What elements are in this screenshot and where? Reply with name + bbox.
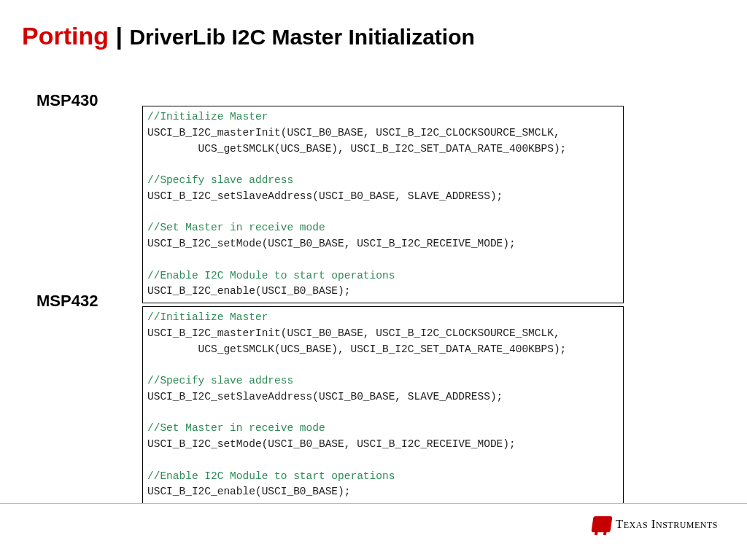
title-red: Porting bbox=[22, 22, 109, 50]
code-comment: //Specify slave address bbox=[147, 174, 293, 186]
code-comment: //Enable I2C Module to start operations bbox=[147, 270, 395, 281]
ti-brand-text: Texas Instruments bbox=[616, 517, 718, 532]
ti-chip-icon bbox=[591, 516, 612, 532]
code-line: USCI_B_I2C_enable(USCI_B0_BASE); bbox=[147, 486, 350, 497]
code-line: USCI_B_I2C_setMode(USCI_B0_BASE, USCI_B_… bbox=[147, 238, 516, 249]
code-line: USCI_B_I2C_enable(USCI_B0_BASE); bbox=[147, 285, 350, 297]
code-comment: //Set Master in receive mode bbox=[147, 222, 325, 233]
code-line: USCI_B_I2C_setMode(USCI_B0_BASE, USCI_B_… bbox=[147, 438, 516, 450]
title-separator: | bbox=[109, 22, 129, 50]
slide-title: Porting | DriverLib I2C Master Initializ… bbox=[22, 22, 725, 50]
code-comment: //Set Master in receive mode bbox=[147, 422, 325, 434]
code-comment: //Initialize Master bbox=[147, 111, 268, 122]
footer: Texas Instruments bbox=[0, 503, 747, 544]
code-line: UCS_getSMCLK(UCS_BASE), USCI_B_I2C_SET_D… bbox=[147, 143, 566, 155]
code-line: USCI_B_I2C_setSlaveAddress(USCI_B0_BASE,… bbox=[147, 190, 503, 202]
title-black: DriverLib I2C Master Initialization bbox=[129, 25, 474, 49]
ti-logo: Texas Instruments bbox=[592, 516, 718, 532]
code-box-msp432: //Initialize Master USCI_B_I2C_masterIni… bbox=[142, 306, 624, 504]
slide: Porting | DriverLib I2C Master Initializ… bbox=[0, 0, 747, 560]
label-msp432: MSP432 bbox=[36, 292, 98, 311]
code-comment: //Initialize Master bbox=[147, 311, 268, 323]
code-box-msp430: //Initialize Master USCI_B_I2C_masterIni… bbox=[142, 106, 624, 303]
code-line: UCS_getSMCLK(UCS_BASE), USCI_B_I2C_SET_D… bbox=[147, 343, 566, 355]
code-line: USCI_B_I2C_setSlaveAddress(USCI_B0_BASE,… bbox=[147, 391, 503, 402]
code-comment: //Specify slave address bbox=[147, 375, 293, 386]
label-msp430: MSP430 bbox=[36, 91, 98, 110]
code-line: USCI_B_I2C_masterInit(USCI_B0_BASE, USCI… bbox=[147, 127, 560, 139]
code-comment: //Enable I2C Module to start operations bbox=[147, 470, 395, 482]
code-line: USCI_B_I2C_masterInit(USCI_B0_BASE, USCI… bbox=[147, 327, 560, 339]
